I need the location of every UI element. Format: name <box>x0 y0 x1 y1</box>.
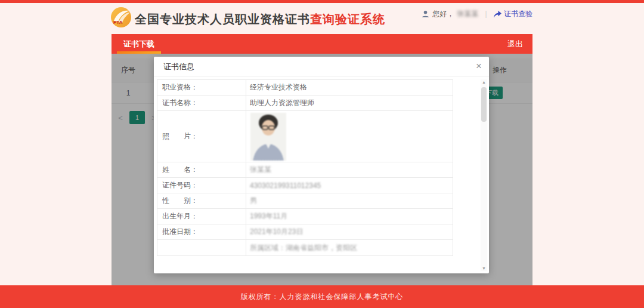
tab-certificate-download[interactable]: 证书下载 <box>115 34 163 54</box>
separator: ｜ <box>482 9 490 19</box>
title-accent: 查询验证系统 <box>310 13 385 26</box>
info-value-masked: 所属区域：湖南省益阳市，资阳区 <box>246 240 453 255</box>
copyright-text: 版权所有：人力资源和社会保障部人事考试中心 <box>241 292 404 302</box>
footer: 版权所有：人力资源和社会保障部人事考试中心 <box>0 285 644 308</box>
logout-button[interactable]: 退出 <box>498 34 532 54</box>
modal-body: 职业资格： 经济专业技术资格 证书名称： 助理人力资源管理师 照 片： <box>154 76 489 273</box>
id-photo <box>250 113 286 161</box>
info-row-qualification: 职业资格： 经济专业技术资格 <box>157 80 453 96</box>
tab-label: 证书下载 <box>123 39 154 48</box>
info-label: 出生年月： <box>157 209 246 224</box>
modal-scrollbar[interactable]: ▲ ▼ <box>481 79 487 271</box>
info-row-region: 所属区域：湖南省益阳市，资阳区 <box>157 240 453 255</box>
info-value-masked: 2021年10月23日 <box>246 224 453 239</box>
info-value: 助理人力资源管理师 <box>246 96 453 110</box>
info-value-masked: 1993年11月 <box>246 209 453 224</box>
info-label: 证书名称： <box>157 96 246 110</box>
info-value-masked: 男 <box>246 193 453 208</box>
scroll-down-icon[interactable]: ▼ <box>481 266 487 270</box>
greeting-text: 您好， <box>432 9 454 19</box>
info-row-certificate-name: 证书名称： 助理人力资源管理师 <box>157 96 453 111</box>
info-label: 职业资格： <box>157 80 246 95</box>
info-label: 批准日期： <box>157 224 246 239</box>
certificate-info-table: 职业资格： 经济专业技术资格 证书名称： 助理人力资源管理师 照 片： <box>157 79 453 256</box>
page-title: 全国专业技术人员职业资格证书查询验证系统 <box>135 11 385 27</box>
info-value-photo <box>246 111 453 162</box>
title-main: 全国专业技术人员职业资格证书 <box>135 13 310 26</box>
scroll-up-icon[interactable]: ▲ <box>481 80 487 84</box>
info-label: 姓 名： <box>157 162 246 177</box>
share-arrow-icon <box>494 11 501 18</box>
info-label: 性 别： <box>157 193 246 208</box>
scrollbar-thumb[interactable] <box>481 87 487 122</box>
info-row-name: 姓 名： 张某某 <box>157 162 453 178</box>
info-row-gender: 性 别： 男 <box>157 193 453 209</box>
modal-header: 证书信息 × <box>154 57 489 76</box>
top-red-strip <box>0 0 644 3</box>
page: PTA 全国专业技术人员职业资格证书查询验证系统 您好， 张某某 ｜ 证书查验 … <box>0 0 644 308</box>
info-row-photo: 照 片： <box>157 111 453 162</box>
main-nav: 证书下载 退出 <box>112 34 532 54</box>
user-icon <box>422 10 429 18</box>
info-row-id-number: 证件号码： 430302199311012345 <box>157 178 453 193</box>
verify-link-label: 证书查验 <box>504 9 532 19</box>
info-value-masked: 430302199311012345 <box>246 178 453 193</box>
modal-title: 证书信息 <box>163 62 194 71</box>
info-value: 经济专业技术资格 <box>246 80 453 95</box>
certificate-info-modal: 证书信息 × 职业资格： 经济专业技术资格 证书名称： 助理人力资源管理师 照 … <box>154 57 489 273</box>
username-masked: 张某某 <box>457 9 478 19</box>
pta-logo: PTA <box>110 7 132 28</box>
info-label <box>157 240 246 255</box>
info-label: 照 片： <box>157 111 246 162</box>
info-row-approval-date: 批准日期： 2021年10月23日 <box>157 224 453 240</box>
certificate-verify-link[interactable]: 证书查验 <box>494 9 532 19</box>
svg-text:PTA: PTA <box>113 20 123 25</box>
info-value-masked: 张某某 <box>246 162 453 177</box>
close-icon[interactable]: × <box>476 57 482 76</box>
info-row-birth-date: 出生年月： 1993年11月 <box>157 209 453 224</box>
info-label: 证件号码： <box>157 178 246 193</box>
user-info-bar: 您好， 张某某 ｜ 证书查验 <box>422 9 532 19</box>
